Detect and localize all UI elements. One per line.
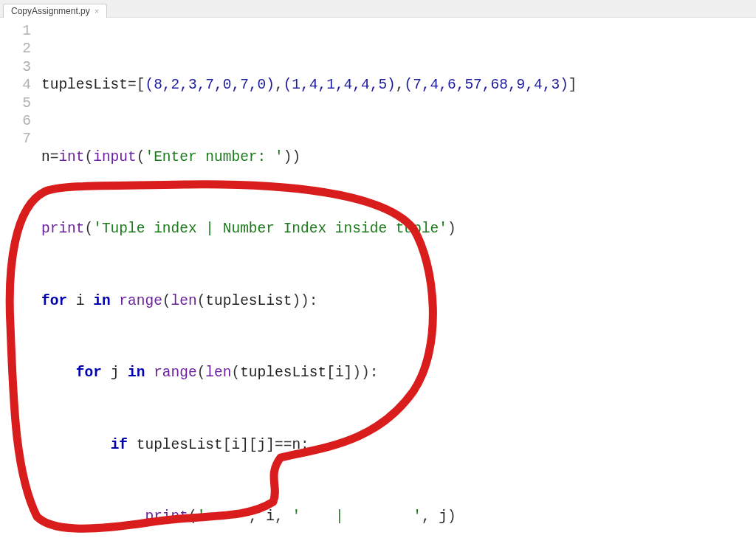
code-line: n=int(input('Enter number: ')) [41,148,577,166]
code-line: for j in range(len(tuplesList[i])): [41,364,577,382]
code-area[interactable]: tuplesList=[(8,2,3,7,0,7,0),(1,4,1,4,4,5… [41,22,577,538]
close-icon[interactable]: × [94,7,99,15]
line-number: 6 [7,112,31,130]
line-number: 5 [7,94,31,112]
line-number: 2 [7,40,31,58]
line-number: 1 [7,22,31,40]
editor-tab-bar: CopyAssignment.py × [0,0,756,18]
code-editor[interactable]: 1 2 3 4 5 6 7 tuplesList=[(8,2,3,7,0,7,0… [0,18,756,538]
editor-tab-label: CopyAssignment.py [11,6,90,16]
line-number: 3 [7,58,31,76]
line-number: 4 [7,76,31,94]
editor-tab[interactable]: CopyAssignment.py × [3,4,107,18]
code-line: for i in range(len(tuplesList)): [41,292,577,310]
code-line: print('Tuple index | Number Index inside… [41,220,577,238]
line-number: 7 [7,130,31,148]
code-line: print(' ', i, ' | ', j) [41,508,577,525]
code-line: if tuplesList[i][j]==n: [41,436,577,454]
code-line: tuplesList=[(8,2,3,7,0,7,0),(1,4,1,4,4,5… [41,76,577,94]
line-number-gutter: 1 2 3 4 5 6 7 [0,22,41,538]
